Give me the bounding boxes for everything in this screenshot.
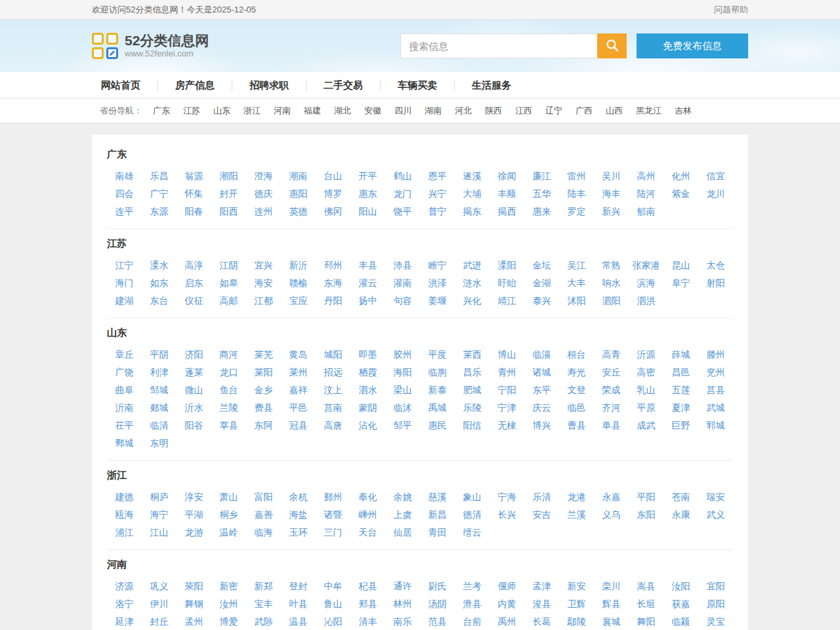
city-link[interactable]: 汤阴 — [420, 595, 455, 613]
province-link-15[interactable]: 山西 — [606, 105, 623, 117]
city-link[interactable]: 江都 — [246, 292, 281, 310]
city-link[interactable]: 泗阳 — [594, 292, 629, 310]
nav-item-0[interactable]: 网站首页 — [94, 79, 158, 92]
city-link[interactable]: 滨海 — [629, 274, 663, 292]
city-link[interactable]: 庆云 — [524, 399, 559, 417]
city-link[interactable]: 梁山 — [385, 381, 420, 399]
city-link[interactable]: 封开 — [211, 185, 246, 203]
city-link[interactable]: 淳安 — [177, 488, 211, 506]
city-link[interactable]: 沂南 — [107, 399, 142, 417]
city-link[interactable]: 海门 — [107, 274, 142, 292]
city-link[interactable]: 登封 — [281, 578, 316, 595]
city-link[interactable]: 太仓 — [698, 257, 733, 274]
city-link[interactable]: 临朐 — [420, 364, 455, 381]
city-link[interactable]: 温县 — [281, 613, 316, 630]
city-link[interactable]: 汶上 — [316, 381, 350, 399]
city-link[interactable]: 浦江 — [107, 524, 142, 541]
city-link[interactable]: 化州 — [663, 167, 698, 185]
city-link[interactable]: 单县 — [594, 417, 629, 434]
city-link[interactable]: 广饶 — [107, 364, 142, 381]
city-link[interactable]: 鄢陵 — [559, 613, 594, 630]
city-link[interactable]: 江阴 — [211, 257, 246, 274]
city-link[interactable]: 阳西 — [211, 203, 246, 220]
city-link[interactable]: 吴江 — [559, 257, 594, 274]
city-link[interactable]: 吴川 — [594, 167, 629, 185]
city-link[interactable]: 上虞 — [385, 506, 420, 524]
city-link[interactable]: 灌云 — [350, 274, 385, 292]
city-link[interactable]: 灌南 — [385, 274, 420, 292]
nav-item-3[interactable]: 二手交易 — [306, 79, 380, 92]
city-link[interactable]: 建湖 — [107, 292, 142, 310]
city-link[interactable]: 博兴 — [524, 417, 559, 434]
city-link[interactable]: 新沂 — [281, 257, 316, 274]
city-link[interactable]: 桐乡 — [211, 506, 246, 524]
city-link[interactable]: 翁源 — [177, 167, 211, 185]
city-link[interactable]: 德清 — [455, 506, 490, 524]
city-link[interactable]: 潮阳 — [211, 167, 246, 185]
city-link[interactable]: 龙门 — [385, 185, 420, 203]
city-link[interactable]: 巩义 — [142, 578, 177, 595]
city-link[interactable]: 济阳 — [177, 346, 211, 364]
city-link[interactable]: 曹县 — [559, 417, 594, 434]
province-link-7[interactable]: 安徽 — [364, 105, 381, 117]
city-link[interactable]: 新昌 — [420, 506, 455, 524]
city-link[interactable]: 临沭 — [385, 399, 420, 417]
city-link[interactable]: 海阳 — [385, 364, 420, 381]
city-link[interactable]: 伊川 — [142, 595, 177, 613]
city-link[interactable]: 瑞安 — [698, 488, 733, 506]
city-link[interactable]: 泰兴 — [524, 292, 559, 310]
city-link[interactable]: 莒南 — [316, 399, 350, 417]
city-link[interactable]: 普宁 — [420, 203, 455, 220]
city-link[interactable]: 茌平 — [107, 417, 142, 434]
city-link[interactable]: 孟州 — [177, 613, 211, 630]
city-link[interactable]: 黄岛 — [281, 346, 316, 364]
city-link[interactable]: 鄞州 — [316, 488, 350, 506]
city-link[interactable]: 武陟 — [246, 613, 281, 630]
city-link[interactable]: 嘉祥 — [281, 381, 316, 399]
city-link[interactable]: 滕州 — [698, 346, 733, 364]
city-link[interactable]: 句容 — [385, 292, 420, 310]
city-link[interactable]: 襄城 — [594, 613, 629, 630]
province-link-10[interactable]: 河北 — [455, 105, 472, 117]
city-link[interactable]: 佛冈 — [316, 203, 350, 220]
city-link[interactable]: 新兴 — [594, 203, 629, 220]
city-link[interactable]: 萧山 — [211, 488, 246, 506]
city-link[interactable]: 荣成 — [594, 381, 629, 399]
city-link[interactable]: 广宁 — [142, 185, 177, 203]
city-link[interactable]: 东明 — [142, 434, 177, 452]
city-link[interactable]: 禹州 — [490, 613, 524, 630]
city-link[interactable]: 五莲 — [663, 381, 698, 399]
city-link[interactable]: 启东 — [177, 274, 211, 292]
city-link[interactable]: 即墨 — [350, 346, 385, 364]
city-link[interactable]: 盱眙 — [490, 274, 524, 292]
city-link[interactable]: 连州 — [246, 203, 281, 220]
city-link[interactable]: 莱西 — [455, 346, 490, 364]
city-link[interactable]: 高青 — [594, 346, 629, 364]
city-link[interactable]: 沂源 — [629, 346, 663, 364]
city-link[interactable]: 永嘉 — [594, 488, 629, 506]
province-link-2[interactable]: 山东 — [213, 105, 230, 117]
city-link[interactable]: 苍南 — [663, 488, 698, 506]
city-link[interactable]: 乐清 — [524, 488, 559, 506]
city-link[interactable]: 成武 — [629, 417, 663, 434]
city-link[interactable]: 平度 — [420, 346, 455, 364]
city-link[interactable]: 巨野 — [663, 417, 698, 434]
city-link[interactable]: 肥城 — [455, 381, 490, 399]
city-link[interactable]: 林州 — [385, 595, 420, 613]
city-link[interactable]: 禹城 — [420, 399, 455, 417]
city-link[interactable]: 南乐 — [385, 613, 420, 630]
city-link[interactable]: 微山 — [177, 381, 211, 399]
city-link[interactable]: 大丰 — [559, 274, 594, 292]
city-link[interactable]: 五华 — [524, 185, 559, 203]
city-link[interactable]: 阳信 — [455, 417, 490, 434]
city-link[interactable]: 安丘 — [594, 364, 629, 381]
city-link[interactable]: 睢宁 — [420, 257, 455, 274]
city-link[interactable]: 平阴 — [142, 346, 177, 364]
city-link[interactable]: 临海 — [246, 524, 281, 541]
city-link[interactable]: 邳州 — [316, 257, 350, 274]
province-link-13[interactable]: 辽宁 — [545, 105, 562, 117]
city-link[interactable]: 平阳 — [629, 488, 663, 506]
city-link[interactable]: 滑县 — [455, 595, 490, 613]
city-link[interactable]: 台前 — [455, 613, 490, 630]
city-link[interactable]: 栾川 — [594, 578, 629, 595]
